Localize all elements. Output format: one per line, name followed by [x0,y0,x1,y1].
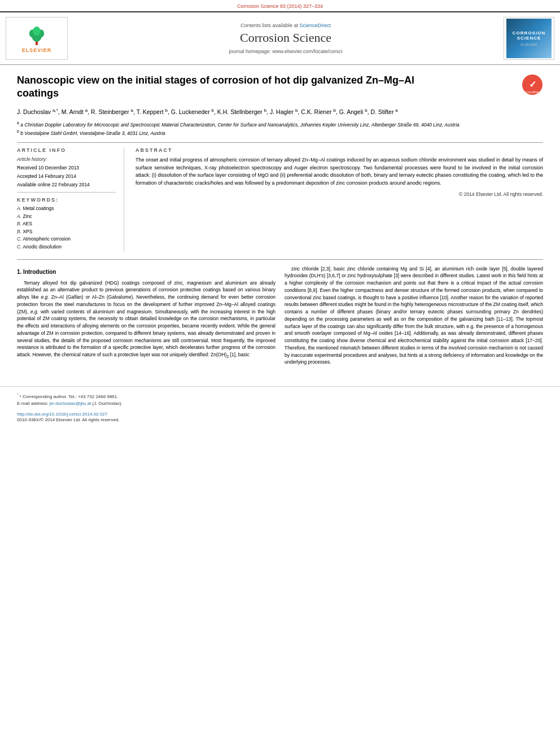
abstract-col: ABSTRACT The onset and initial progress … [135,147,543,251]
article-info-label: ARTICLE INFO [17,147,116,153]
copyright-line: © 2014 Elsevier Ltd. All rights reserved… [135,191,543,197]
keyword-item-3: B. AES [17,220,116,228]
svg-point-4 [33,27,40,36]
article-content: Nanoscopic view on the initial stages of… [0,65,560,381]
article-history-label: Article history: [17,156,116,163]
abstract-label: ABSTRACT [135,147,543,153]
keyword-item-6: C. Anodic dissolution [17,243,116,251]
intro-para-2: zinc chloride [2,3], basic zinc chloride… [285,265,543,366]
svg-text:CrossMark: CrossMark [526,90,540,94]
elsevier-logo-box: ELSEVIER [6,17,68,60]
email-link[interactable]: jiri.duchoslav@jku.at [50,401,91,406]
available-date: Available online 22 February 2014 [17,182,116,189]
intro-heading: 1. Introduction [17,268,275,276]
homepage-line: journal homepage: www.elsevier.com/locat… [229,49,342,54]
right-column: zinc chloride [2,3], basic zinc chloride… [285,265,543,370]
journal-cover-box: CORROSIONSCIENCE ELSEVIER [504,17,554,60]
issn-line: 0010-938X/© 2014 Elsevier Ltd. All right… [17,417,543,423]
authors: J. Duchoslav a,*, M. Arndt a, R. Steinbe… [17,107,543,117]
keyword-item-4: B. XPS [17,228,116,236]
crossmark-icon: ✓ CrossMark [522,74,543,95]
intro-para-1: Ternary alloyed hot dip galvanized (HDG)… [17,279,275,360]
affiliations: a a Christian Doppler Laboratory for Mic… [17,120,543,137]
journal-title: Corrosion Science [240,30,331,45]
accepted-date: Accepted 14 February 2014 [17,173,116,180]
article-info-col: ARTICLE INFO Article history: Received 1… [17,147,124,251]
keyword-item-2: A. Zinc [17,213,116,221]
elsevier-wordmark: ELSEVIER [22,47,52,53]
sciencedirect-line: Contents lists available at ScienceDirec… [240,23,331,28]
journal-header: ELSEVIER Contents lists available at Sci… [0,11,560,65]
journal-citation-bar: Corrosion Science 83 (2014) 327–334 [0,0,560,11]
elsevier-tree-icon [25,24,48,46]
sciencedirect-link[interactable]: ScienceDirect [300,23,331,28]
footnote-email: E-mail address: jiri.duchoslav@jku.at (J… [17,400,543,407]
doi-link[interactable]: http://dx.doi.org/10.1016/j.corsci.2014.… [17,412,543,417]
journal-citation: Corrosion Science 83 (2014) 327–334 [237,3,323,9]
article-title: Nanoscopic view on the initial stages of… [17,74,438,101]
keyword-item-1: A. Metal coatings [17,205,116,213]
authors-text: J. Duchoslav a,*, M. Arndt a, R. Steinbe… [17,108,398,115]
keywords-section: Keywords: A. Metal coatings A. Zinc B. A… [17,197,116,251]
info-abstract-row: ARTICLE INFO Article history: Received 1… [17,147,543,251]
keyword-item-5: C. Atmospheric corrosion [17,235,116,243]
received-date: Received 10 December 2013 [17,165,116,172]
affiliation-b: b b Voestalpine Stahl GmbH, Voestalpine-… [17,129,543,137]
doi-links: http://dx.doi.org/10.1016/j.corsci.2014.… [17,412,543,423]
section-divider-2 [17,259,543,260]
svg-text:✓: ✓ [529,80,536,89]
main-columns: 1. Introduction Ternary alloyed hot dip … [17,265,543,370]
keywords-label: Keywords: [17,197,116,203]
abstract-text: The onset and initial progress of atmosp… [135,156,543,187]
affiliation-a: a a Christian Doppler Laboratory for Mic… [17,120,543,129]
section-divider-1 [17,142,543,143]
footer-area: * * Corresponding author. Tel.: +43 732 … [0,386,560,427]
left-column: 1. Introduction Ternary alloyed hot dip … [17,265,275,370]
footnote-star: * * Corresponding author. Tel.: +43 732 … [17,392,543,400]
journal-header-center: Contents lists available at ScienceDirec… [73,17,498,60]
journal-cover: CORROSIONSCIENCE ELSEVIER [506,19,552,58]
info-divider [17,192,116,193]
title-row: Nanoscopic view on the initial stages of… [17,74,543,107]
